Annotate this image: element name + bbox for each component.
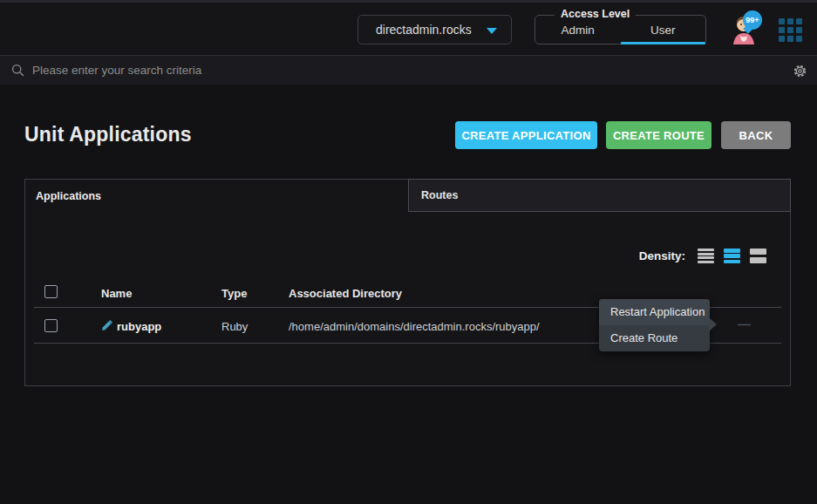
cell-app-name[interactable]: rubyapp (117, 320, 161, 333)
domain-selector-value: directadmin.rocks (358, 23, 472, 37)
create-application-button[interactable]: CREATE APPLICATION (455, 121, 597, 149)
column-header-name[interactable]: Name (101, 287, 132, 300)
domain-selector[interactable]: directadmin.rocks (357, 15, 512, 44)
row-checkbox[interactable] (44, 319, 58, 332)
column-header-directory[interactable]: Associated Directory (289, 287, 402, 300)
global-search-bar (0, 55, 817, 85)
pencil-icon[interactable] (101, 319, 113, 331)
density-normal-icon[interactable] (724, 249, 740, 263)
column-header-type[interactable]: Type (221, 287, 247, 300)
access-level-admin[interactable]: Admin (535, 16, 621, 44)
access-admin-label: Admin (562, 24, 595, 37)
search-input[interactable] (32, 64, 643, 77)
row-actions-trigger[interactable]: — (738, 317, 750, 331)
active-access-underline (621, 42, 706, 44)
tab-applications[interactable]: Applications (25, 180, 409, 212)
tab-routes-label: Routes (409, 189, 458, 201)
access-level-switch: Access Level Admin User (534, 15, 706, 44)
density-comfortable-icon[interactable] (750, 249, 766, 263)
cell-app-directory: /home/admin/domains/directadmin.rocks/ru… (289, 320, 540, 333)
apps-grid-icon[interactable] (779, 18, 804, 44)
menu-item-restart-application[interactable]: Restart Application (599, 299, 710, 325)
caret-down-icon (487, 28, 497, 34)
density-control: Density: (639, 249, 766, 263)
access-level-user[interactable]: User (621, 16, 706, 44)
access-user-label: User (650, 24, 676, 37)
select-all-checkbox[interactable] (44, 285, 58, 298)
applications-panel: Applications Routes Density: Name Type A… (24, 179, 791, 386)
cell-app-type: Ruby (221, 320, 248, 333)
page-title: Unit Applications (24, 123, 192, 146)
notifications-badge[interactable]: 99+ (743, 10, 762, 30)
tab-applications-label: Applications (25, 190, 101, 202)
back-button[interactable]: BACK (721, 121, 791, 149)
search-icon (11, 64, 25, 78)
header-bar: directadmin.rocks Access Level Admin Use… (0, 3, 817, 55)
density-compact-icon[interactable] (698, 249, 714, 263)
create-route-button[interactable]: CREATE ROUTE (606, 121, 711, 149)
tab-routes[interactable]: Routes (408, 179, 791, 212)
density-label: Density: (639, 249, 685, 262)
gear-icon[interactable] (793, 64, 807, 78)
user-avatar[interactable]: 99+ (729, 13, 764, 48)
row-context-menu: Restart Application Create Route (599, 299, 710, 351)
menu-item-create-route[interactable]: Create Route (599, 325, 710, 351)
